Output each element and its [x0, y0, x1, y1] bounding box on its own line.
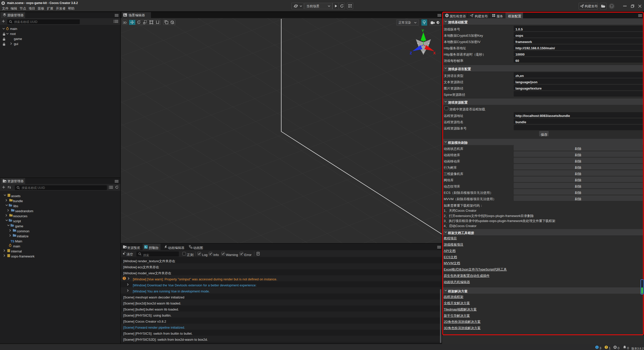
svg-text:?: ? [611, 4, 613, 8]
